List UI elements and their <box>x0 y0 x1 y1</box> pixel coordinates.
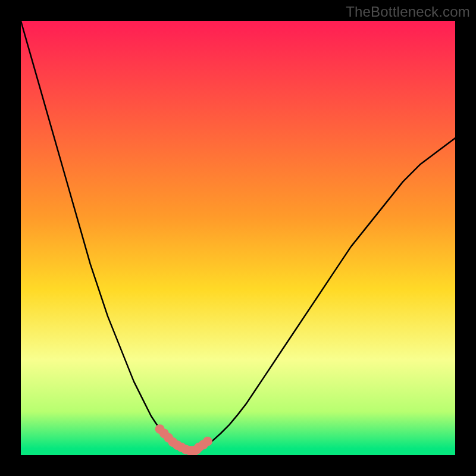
plot-area <box>21 21 455 455</box>
watermark-label: TheBottleneck.com <box>346 4 470 20</box>
chart-frame: TheBottleneck.com <box>0 0 476 476</box>
marker-dot <box>203 437 212 446</box>
gradient-background <box>21 21 455 455</box>
bottleneck-chart <box>21 21 455 455</box>
